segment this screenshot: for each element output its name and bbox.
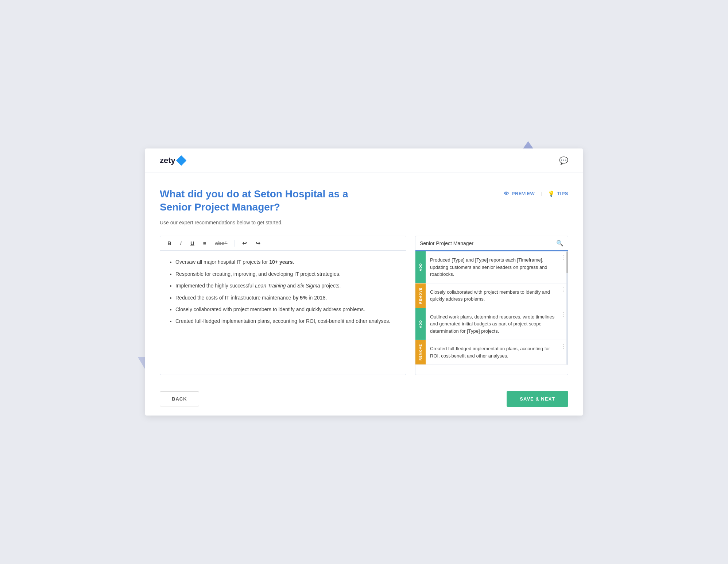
list-item: Implemented the highly successful Lean T… — [175, 282, 399, 290]
strikethrough-button[interactable]: abc✓ — [214, 240, 229, 247]
add-button-1[interactable]: ADD — [415, 251, 426, 283]
tips-icon: 💡 — [548, 190, 555, 197]
search-input[interactable] — [420, 240, 553, 246]
list-item: Responsible for creating, improving, and… — [175, 270, 399, 278]
header: zety 💬 — [145, 148, 583, 173]
undo-button[interactable]: ↩ — [241, 240, 248, 247]
suggestion-text-1: Produced [Type] and [Type] reports each … — [426, 251, 559, 283]
content-area: 👁 PREVIEW | 💡 TIPS What did you do at Se… — [145, 173, 583, 383]
more-icon-4[interactable]: ⋮ — [561, 343, 566, 350]
tips-link[interactable]: 💡 TIPS — [548, 190, 568, 197]
suggestions-panel: 🔍 ADD Produced [Type] and [Type] reports… — [415, 236, 568, 375]
bold-button[interactable]: B — [166, 240, 173, 247]
logo-text: zety — [160, 156, 175, 165]
suggestion-item: ADD Outlined work plans, determined reso… — [415, 308, 568, 340]
remove-button-2[interactable]: REMOVE — [415, 283, 426, 308]
editor-toolbar: B I U ≡ abc✓ ↩ ↪ — [160, 236, 406, 251]
logo: zety — [160, 156, 185, 165]
suggestions-list: ADD Produced [Type] and [Type] reports e… — [415, 251, 568, 365]
bullet-list: Oversaw all major hospital IT projects f… — [169, 258, 399, 325]
list-item: Oversaw all major hospital IT projects f… — [175, 258, 399, 266]
preview-icon: 👁 — [504, 190, 510, 197]
list-item: Reduced the costs of IT infrastructure m… — [175, 294, 399, 302]
suggestion-item: ADD Produced [Type] and [Type] reports e… — [415, 251, 568, 283]
chat-icon[interactable]: 💬 — [559, 156, 568, 165]
remove-button-4[interactable]: REMOVE — [415, 340, 426, 364]
suggestion-text-3: Outlined work plans, determined resource… — [426, 308, 559, 340]
more-icon-3[interactable]: ⋮ — [561, 311, 566, 318]
action-divider: | — [541, 191, 542, 196]
list-item: Created full-fledged implementation plan… — [175, 317, 399, 325]
suggestions-header: 🔍 — [415, 236, 568, 251]
more-icon-1[interactable]: ⋮ — [561, 254, 566, 261]
columns: B I U ≡ abc✓ ↩ ↪ Oversaw all major hospi… — [160, 236, 568, 375]
redo-button[interactable]: ↪ — [254, 240, 262, 247]
preview-label: PREVIEW — [512, 191, 535, 196]
tips-label: TIPS — [557, 191, 568, 196]
search-icon[interactable]: 🔍 — [556, 240, 564, 247]
save-next-button[interactable]: SAVE & NEXT — [507, 391, 568, 407]
preview-link[interactable]: 👁 PREVIEW — [504, 190, 535, 197]
main-card: zety 💬 👁 PREVIEW | 💡 TIPS What did you d… — [145, 148, 583, 416]
italic-button[interactable]: I — [179, 240, 183, 247]
suggestion-item: REMOVE Closely collaborated with project… — [415, 283, 568, 308]
suggestion-item: REMOVE Created full-fledged implementati… — [415, 340, 568, 365]
logo-diamond — [176, 155, 186, 165]
suggestion-text-2: Closely collaborated with project member… — [426, 283, 559, 308]
scrollbar-thumb — [566, 251, 568, 273]
page-subtitle: Use our expert recommendations below to … — [160, 220, 568, 225]
page-title: What did you do at Seton Hospital as a S… — [160, 188, 379, 214]
page-actions: 👁 PREVIEW | 💡 TIPS — [504, 190, 568, 197]
scrollbar[interactable] — [566, 251, 568, 365]
back-button[interactable]: BACK — [160, 391, 199, 406]
list-button[interactable]: ≡ — [202, 240, 208, 247]
add-button-3[interactable]: ADD — [415, 308, 426, 340]
toolbar-divider — [235, 240, 235, 247]
search-bar: 🔍 — [415, 236, 568, 250]
editor-content[interactable]: Oversaw all major hospital IT projects f… — [160, 251, 406, 375]
list-item: Closely collaborated with project member… — [175, 305, 399, 313]
editor-panel: B I U ≡ abc✓ ↩ ↪ Oversaw all major hospi… — [160, 236, 406, 375]
more-icon-2[interactable]: ⋮ — [561, 286, 566, 293]
suggestion-text-4: Created full-fledged implementation plan… — [426, 340, 559, 364]
underline-button[interactable]: U — [189, 240, 196, 247]
bottom-actions: BACK SAVE & NEXT — [145, 382, 583, 416]
